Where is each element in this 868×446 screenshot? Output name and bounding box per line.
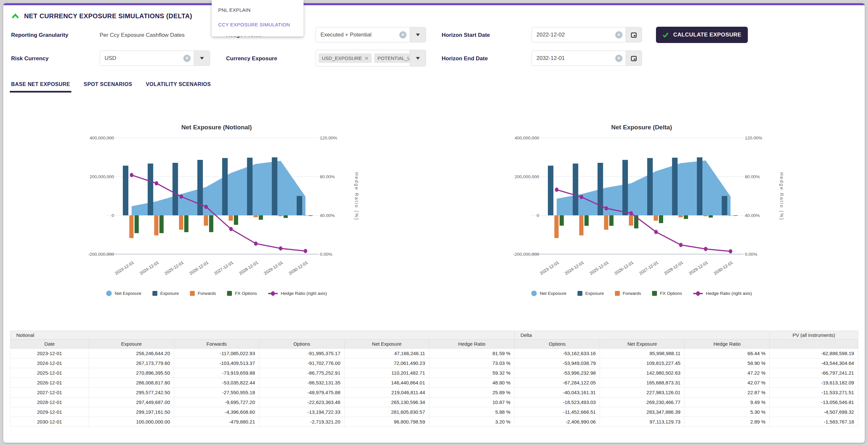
tab-bar: BASE NET EXPOSURESPOT SCENARIOSVOLATILIT… bbox=[11, 82, 211, 92]
table-cell: -86,775,252.91 bbox=[259, 368, 345, 378]
table-cell: 2023-12-01 bbox=[10, 349, 89, 358]
legend-item-forwards[interactable]: Forwards bbox=[615, 291, 641, 296]
risk-currency-select[interactable]: USD ✕ bbox=[100, 51, 210, 66]
hedge-profile-clear-icon[interactable]: ✕ bbox=[399, 31, 406, 38]
exposure-table-wrap: NotionalDeltaPV (all instruments)DateExp… bbox=[10, 331, 858, 427]
table-column-header: Hedge Ratio bbox=[685, 339, 770, 349]
legend-item-hedge-ratio-right-axis[interactable]: Hedge Ratio (right axis) bbox=[693, 291, 752, 296]
table-group-header: PV (all instruments) bbox=[770, 331, 858, 339]
table-cell: 281,605,830.57 bbox=[345, 407, 429, 417]
table-cell: 110,201,482.71 bbox=[345, 368, 429, 378]
table-row: 2026-12-01286,008,817.80-53,035,822.44-8… bbox=[10, 378, 858, 388]
menu-item[interactable]: CCY EXPOSURE SIMULATION bbox=[212, 17, 304, 32]
horizon-start-calendar-button[interactable] bbox=[626, 27, 642, 42]
tab-spot-scenarios[interactable]: SPOT SCENARIOS bbox=[84, 82, 132, 92]
legend-item-net-exposure[interactable]: Net Exposure bbox=[531, 291, 566, 296]
table-column-header bbox=[770, 339, 858, 349]
table-cell: -73,919,659.88 bbox=[174, 368, 259, 378]
risk-currency-clear-icon[interactable]: ✕ bbox=[183, 55, 190, 62]
legend-label: Exposure bbox=[160, 291, 179, 296]
table-row: 2027-12-01295,577,242.50-27,550,955.18-4… bbox=[10, 388, 858, 397]
currency-exposure-chip[interactable]: POTENTIAL_U bbox=[374, 53, 410, 63]
svg-text:2025-12-01: 2025-12-01 bbox=[589, 260, 610, 276]
table-column-header: Hedge Ratio bbox=[429, 339, 515, 349]
table-cell: -11,452,666.51 bbox=[515, 407, 600, 417]
svg-text:-200,000,000: -200,000,000 bbox=[513, 252, 539, 257]
table-cell: -53,035,822.44 bbox=[174, 378, 259, 388]
currency-exposure-dropdown-button[interactable] bbox=[410, 50, 426, 66]
chart-delta-legend: Net ExposureExposureForwardsFX OptionsHe… bbox=[497, 291, 786, 296]
horizon-end-calendar-button[interactable] bbox=[626, 51, 642, 66]
svg-text:2030-12-01: 2030-12-01 bbox=[288, 260, 309, 276]
svg-text:2025-12-01: 2025-12-01 bbox=[163, 260, 184, 276]
table-cell: 81.59 % bbox=[429, 349, 515, 358]
legend-item-exposure[interactable]: Exposure bbox=[578, 291, 604, 296]
legend-label: Forwards bbox=[623, 291, 641, 296]
table-cell: -13,056,546.81 bbox=[770, 397, 858, 407]
chip-label: USD_EXPOSURE bbox=[322, 55, 362, 61]
horizon-end-clear-icon[interactable]: ✕ bbox=[615, 55, 622, 62]
table-cell: 58.90 % bbox=[685, 358, 770, 368]
svg-text:80.00%: 80.00% bbox=[745, 174, 760, 179]
svg-text:80.00%: 80.00% bbox=[320, 174, 335, 179]
calculate-exposure-button[interactable]: CALCULATE EXPOSURE bbox=[656, 27, 748, 43]
horizon-start-clear-icon[interactable]: ✕ bbox=[615, 31, 622, 38]
legend-label: Net Exposure bbox=[540, 291, 566, 296]
table-cell: -53,949,038.79 bbox=[515, 358, 600, 368]
table-cell: -22,623,363.46 bbox=[259, 397, 345, 407]
table-cell: -91,702,776.00 bbox=[259, 358, 345, 368]
legend-swatch-icon bbox=[615, 291, 620, 296]
menu-item[interactable]: PNL EXPLAIN bbox=[212, 3, 304, 17]
table-cell: -91,995,375.17 bbox=[259, 349, 345, 358]
currency-exposure-label: Currency Exposure bbox=[226, 55, 277, 62]
legend-item-forwards[interactable]: Forwards bbox=[190, 291, 216, 296]
calendar-icon bbox=[630, 55, 637, 62]
table-cell: 146,440,864.01 bbox=[345, 378, 429, 388]
reporting-granularity-label: Reporting Granularity bbox=[11, 32, 68, 38]
hedge-profile-select[interactable]: Executed + Potential ✕ bbox=[316, 27, 426, 42]
currency-exposure-chip[interactable]: USD_EXPOSURE✕ bbox=[318, 53, 372, 63]
legend-swatch-icon bbox=[578, 291, 582, 296]
table-cell: 165,688,873.31 bbox=[600, 378, 685, 388]
svg-text:0: 0 bbox=[112, 213, 114, 218]
legend-label: FX Options bbox=[235, 291, 257, 296]
legend-item-net-exposure[interactable]: Net Exposure bbox=[106, 291, 142, 296]
svg-text:40.00%: 40.00% bbox=[745, 213, 760, 218]
table-cell: 66.44 % bbox=[685, 349, 770, 358]
chart-delta: Net Exposure (Delta) 400,000,000120.00%2… bbox=[477, 124, 786, 296]
table-cell: 267,173,779.60 bbox=[89, 358, 174, 368]
horizon-end-value[interactable]: 2032-12-01 bbox=[536, 55, 615, 62]
table-cell: 47.22 % bbox=[685, 368, 770, 378]
context-menu: PNL EXPLAINCCY EXPOSURE SIMULATION bbox=[212, 0, 304, 36]
table-column-header: Date bbox=[10, 339, 89, 349]
currency-exposure-multiselect[interactable]: USD_EXPOSURE✕POTENTIAL_U bbox=[316, 50, 426, 66]
risk-currency-value: USD bbox=[104, 55, 183, 62]
legend-swatch-icon bbox=[693, 291, 703, 296]
table-cell: -53,162,633.16 bbox=[515, 349, 600, 358]
legend-item-fx-options[interactable]: FX Options bbox=[652, 291, 682, 296]
horizon-end-input-group[interactable]: 2032-12-01 ✕ bbox=[531, 51, 642, 66]
hedge-profile-dropdown-button[interactable] bbox=[410, 27, 426, 42]
table-cell: 73.03 % bbox=[429, 358, 515, 368]
horizon-start-value[interactable]: 2022-12-02 bbox=[536, 32, 615, 38]
table-cell: 59.32 % bbox=[429, 368, 515, 378]
svg-text:400,000,000: 400,000,000 bbox=[90, 136, 114, 141]
legend-item-hedge-ratio-right-axis[interactable]: Hedge Ratio (right axis) bbox=[268, 291, 327, 296]
chart-notional-title: Net Exposure (Notional) bbox=[52, 124, 362, 131]
tab-base-net-exposure[interactable]: BASE NET EXPOSURE bbox=[11, 82, 70, 92]
svg-text:400,000,000: 400,000,000 bbox=[515, 136, 539, 141]
svg-text:2030-12-01: 2030-12-01 bbox=[713, 260, 734, 276]
legend-item-exposure[interactable]: Exposure bbox=[152, 291, 179, 296]
table-cell: 2027-12-01 bbox=[10, 388, 89, 397]
table-row: 2030-12-01100,000,000.00-479,880.21-2,71… bbox=[10, 417, 858, 427]
chip-remove-icon[interactable]: ✕ bbox=[365, 56, 368, 61]
svg-text:2023-12-01: 2023-12-01 bbox=[539, 260, 560, 276]
risk-currency-dropdown-button[interactable] bbox=[194, 51, 210, 66]
table-cell: 297,449,687.00 bbox=[89, 397, 174, 407]
legend-item-fx-options[interactable]: FX Options bbox=[227, 291, 257, 296]
horizon-start-input-group[interactable]: 2022-12-02 ✕ bbox=[531, 27, 642, 42]
table-cell: 5.88 % bbox=[429, 407, 515, 417]
table-row: 2025-12-01270,896,395.50-73,919,659.88-8… bbox=[10, 368, 858, 378]
tab-volatility-scenarios[interactable]: VOLATILITY SCENARIOS bbox=[146, 82, 211, 92]
chevron-down-icon bbox=[416, 34, 420, 36]
